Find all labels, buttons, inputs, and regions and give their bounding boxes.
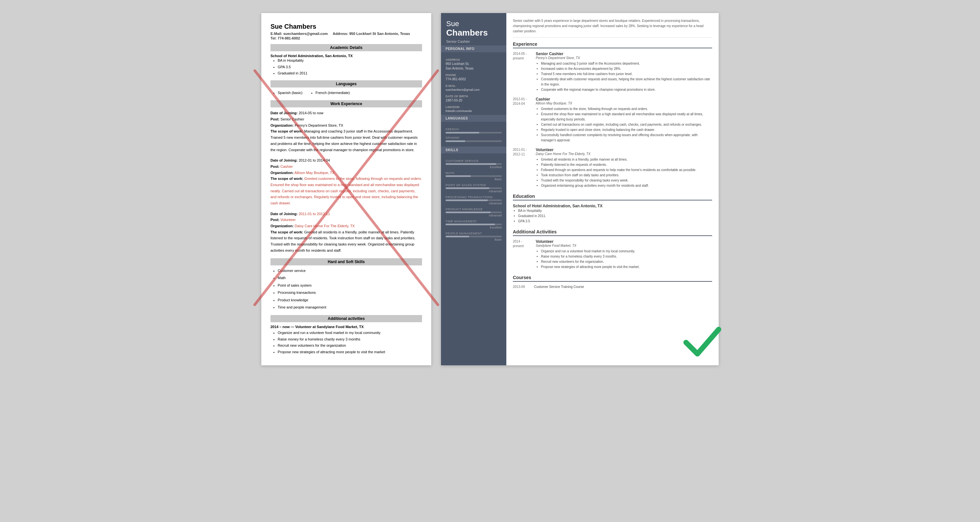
list-item: Cooperate with the regional manager to c…: [541, 87, 712, 92]
sidebar-title: Senior Cashier: [446, 40, 501, 43]
exp-detail-1: Senior Cashier Penny's Department Store,…: [536, 52, 712, 92]
lang-spanish-label: SPANISH: [445, 136, 502, 140]
sidebar-linkedin-label: LinkedIn: [445, 105, 502, 109]
left-academic-header: Academic Details: [270, 44, 422, 51]
list-item: Ensured the shop floor was maintained to…: [541, 112, 712, 122]
left-languages-header: Languages: [270, 80, 422, 87]
work-entry-2: Date of Joining: 2012-01 to 2014-04 Post…: [270, 157, 422, 206]
list-item: Recruit new volunteers for the organizat…: [541, 259, 712, 265]
resume-good: Sue Chambers Senior Cashier Personal Inf…: [441, 13, 719, 365]
additional-org-1: Sandylane Food Market, TX: [536, 244, 712, 248]
left-academic-list: BA in Hospitality GPA 3.5 Graduated in 2…: [270, 58, 422, 76]
skill-math-rating: Basic: [445, 178, 502, 181]
left-additional-org: 2014 – now — Volunteer at Sandylane Food…: [270, 325, 422, 329]
skill-time-rating: Excellent: [445, 226, 502, 229]
sidebar-skills-label: Skills: [441, 147, 506, 154]
list-item: Greeted all residents in a friendly, pol…: [541, 157, 712, 162]
list-item: Patiently listened to the requests of re…: [541, 162, 712, 167]
exp-detail-2: Cashier Allison May Boutique, TX Greeted…: [536, 97, 712, 143]
exp-bullets-3: Greeted all residents in a friendly, pol…: [536, 157, 712, 188]
sidebar-address-label: Address: [445, 58, 502, 61]
left-tel-line: Tel: 774-981-6002: [270, 36, 422, 40]
additional-date-1: 2014 - present: [513, 239, 536, 270]
left-address-label: Address:: [332, 32, 348, 36]
sidebar-email-label: E-mail: [445, 84, 502, 87]
list-item: Time and people management: [278, 305, 422, 311]
skill-time: TIME MANAGEMENT Excellent: [445, 220, 502, 229]
lang-french-bar: [445, 132, 502, 133]
list-item: Raise money for a homeless charity every…: [278, 336, 422, 343]
skill-prod-label: PRODUCT KNOWLEDGE: [445, 208, 502, 211]
experience-section-title: Experience: [513, 41, 712, 48]
left-languages-list: Spanish (basic) French (intermediate): [270, 90, 422, 97]
skill-people-label: PEOPLE MANAGEMENT: [445, 232, 502, 235]
list-item: Increased sales in the Accessories depar…: [541, 66, 712, 71]
additional-detail-1: Volunteer Sandylane Food Market, TX Orga…: [536, 239, 712, 270]
skill-pos-rating: Advanced: [445, 190, 502, 193]
lang-french-fill: [445, 132, 479, 133]
sidebar-personal-info-label: Personal Info: [441, 45, 506, 52]
list-item: BA in Hospitality.: [518, 208, 712, 214]
skill-proc-rating: Advanced: [445, 202, 502, 205]
list-item: Greeted customers to the store, followin…: [541, 106, 712, 112]
sidebar-first-name: Sue: [446, 20, 501, 28]
main-summary: Senior cashier with 5 years experience i…: [513, 18, 712, 38]
list-item: Product knowledge: [278, 297, 422, 303]
course-date-1: 2013-09: [513, 285, 531, 289]
exp-org-3: Daisy Care Home For The Elderly, TX: [536, 152, 712, 156]
list-item: Spanish (basic): [278, 90, 302, 96]
list-item: GPA 3.5: [518, 219, 712, 224]
edu-detail-1: BA in Hospitality. Graduated in 2011. GP…: [513, 208, 712, 224]
left-tel: 774-981-6002: [278, 36, 300, 40]
skill-customer-service: CUSTOMER SERVICE Excellent: [445, 159, 502, 169]
right-main: Senior cashier with 5 years experience i…: [506, 13, 719, 365]
lang-spanish: SPANISH: [445, 136, 502, 142]
list-item: Recruit new volunteers for the organizat…: [278, 343, 422, 349]
list-item: Customer service: [278, 268, 422, 274]
list-item: Followed through on questions and reques…: [541, 167, 712, 173]
left-tel-label: Tel:: [270, 36, 277, 40]
list-item: Graduated in 2011.: [518, 214, 712, 219]
lang-french-label: FRENCH: [445, 128, 502, 131]
exp-bullets-2: Greeted customers to the store, followin…: [536, 106, 712, 143]
exp-entry-3: 2011-01 - 2012-11 Volunteer Daisy Care H…: [513, 148, 712, 188]
list-item: Trusted with the responsibility for clea…: [541, 178, 712, 183]
list-item: Took instruction from staff on daily tas…: [541, 173, 712, 178]
left-email: suechambers@gmail.com: [283, 32, 328, 36]
lang-french: FRENCH: [445, 128, 502, 133]
list-item: Managing and coaching 3 junior staff in …: [541, 61, 712, 66]
list-item: Successfully handled customer complaints…: [541, 133, 712, 143]
left-skills-header: Hard and Soft Skills: [270, 258, 422, 265]
list-item: Organize and run a volunteer food market…: [541, 249, 712, 254]
list-item: Propose new strategies of attracting mor…: [278, 349, 422, 355]
sidebar-dob-label: Date of birth: [445, 95, 502, 98]
sidebar-dob: 1987-03-20: [445, 98, 502, 103]
course-entry-1: 2013-09 Customer Service Training Course: [513, 285, 712, 289]
exp-entry-1: 2014-05 - present Senior Cashier Penny's…: [513, 52, 712, 92]
list-item: Processing transactions: [278, 290, 422, 296]
skill-processing: PROCESSING TRANSACTIONS Advanced: [445, 195, 502, 205]
left-academic-school: School of Hotel Administration, San Anto…: [270, 54, 422, 58]
sidebar-languages: FRENCH SPANISH: [441, 122, 506, 147]
skill-people: PEOPLE MANAGEMENT Basic: [445, 232, 502, 241]
resume-bad: Sue Chambers E-Mail: suechambers@gmail.c…: [261, 13, 431, 365]
work-entry-1: Date of Joining: 2014-05 to now Post: Se…: [270, 110, 422, 153]
skill-pos-label: POINT OF SALES SYSTEM: [445, 184, 502, 187]
work-entry-3: Date of Joining: 2011-01 to 2012-11 Post…: [270, 211, 422, 254]
skill-time-label: TIME MANAGEMENT: [445, 220, 502, 223]
list-item: Trained 5 new members into full-time cas…: [541, 71, 712, 77]
skill-cs-rating: Excellent: [445, 165, 502, 169]
list-item: GPA 3.5: [278, 64, 422, 70]
left-email-line: E-Mail: suechambers@gmail.com Address: 9…: [270, 32, 422, 36]
sidebar-personal-info: Address 950 Lockhart St, San Antonio, Te…: [441, 52, 506, 115]
course-name-1: Customer Service Training Course: [534, 285, 584, 289]
sidebar-phone-label: Phone: [445, 73, 502, 77]
list-item: BA in Hospitality: [278, 58, 422, 63]
list-item: Carried out all transactions on cash reg…: [541, 122, 712, 127]
exp-date-2: 2012-01 - 2014-04: [513, 97, 536, 143]
exp-date-1: 2014-05 - present: [513, 52, 536, 92]
exp-title-3: Volunteer: [536, 148, 712, 152]
exp-title-2: Cashier: [536, 97, 712, 102]
sidebar-linkedin: linkedin.com/sueulw: [445, 109, 502, 113]
edu-entry-1: School of Hotel Administration, San Anto…: [513, 204, 712, 224]
